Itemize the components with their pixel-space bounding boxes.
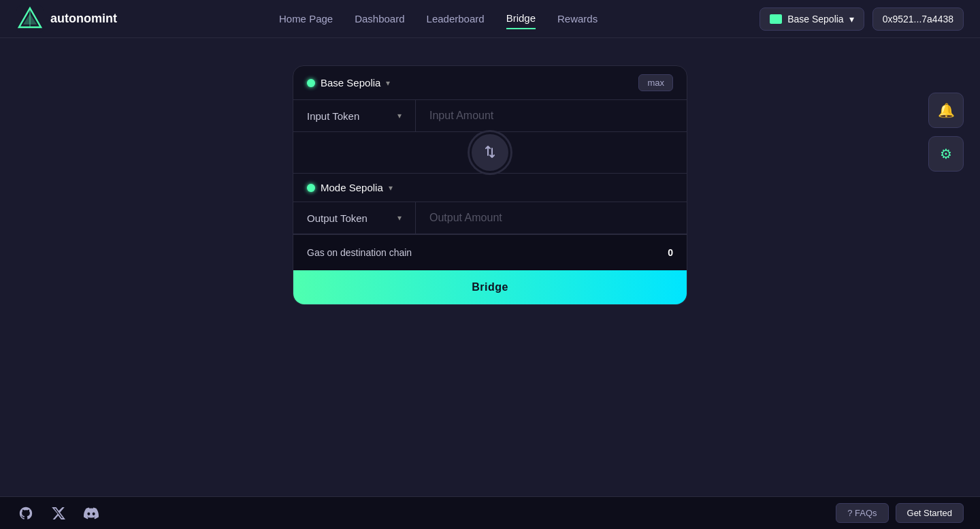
input-token-chevron-icon: ▾ [397,111,402,121]
navbar: autonomint Home Page Dashboard Leaderboa… [0,0,980,38]
nav-rewards[interactable]: Rewards [557,9,598,29]
notifications-button[interactable]: 🔔 [928,93,964,128]
twitter-icon[interactable] [49,504,68,523]
nav-right: Base Sepolia ▾ 0x9521...7a4438 [760,7,964,31]
footer-social-icons [16,504,101,523]
destination-section: Mode Sepolia ▾ Output Token ▾ [293,173,687,234]
gear-icon: ⚙ [940,146,952,162]
source-chain-dot [307,79,315,87]
dest-chain-selector[interactable]: Mode Sepolia ▾ [307,182,393,193]
main-content: 🔔 ⚙ Base Sepolia ▾ max Input Token ▾ [0,38,980,496]
wallet-chain: Base Sepolia [787,14,844,25]
wallet-address: 0x9521...7a4438 [883,14,953,25]
gas-row: Gas on destination chain 0 [293,234,687,270]
footer: ? FAQs Get Started [0,496,980,529]
logo: autonomint [16,5,117,33]
swap-button-container [293,132,687,173]
bridge-button[interactable]: Bridge [293,270,687,304]
input-token-label: Input Token [307,110,359,122]
source-chain-selector[interactable]: Base Sepolia ▾ [307,77,390,89]
output-token-chevron-icon: ▾ [397,213,402,223]
bridge-card: Base Sepolia ▾ max Input Token ▾ [293,65,687,305]
logo-icon [16,5,44,33]
footer-action-buttons: ? FAQs Get Started [836,503,964,523]
wallet-address-button[interactable]: 0x9521...7a4438 [872,7,964,31]
nav-bridge[interactable]: Bridge [506,8,536,29]
input-token-amount-row: Input Token ▾ [293,99,687,132]
output-token-selector[interactable]: Output Token ▾ [293,202,416,234]
dest-chain-name: Mode Sepolia [321,182,383,193]
discord-icon[interactable] [82,504,101,523]
nav-leaderboard[interactable]: Leaderboard [427,9,485,29]
output-token-label: Output Token [307,212,368,224]
nav-links: Home Page Dashboard Leaderboard Bridge R… [279,8,598,29]
side-buttons: 🔔 ⚙ [928,93,964,172]
bell-icon: 🔔 [938,102,955,118]
dest-chain-chevron-icon: ▾ [389,183,393,193]
source-chain-header: Base Sepolia ▾ max [293,66,687,99]
swap-direction-button[interactable] [470,132,510,173]
gas-label: Gas on destination chain [307,247,412,258]
nav-home[interactable]: Home Page [279,9,333,29]
gas-value: 0 [668,247,673,258]
dest-chain-header: Mode Sepolia ▾ [293,174,687,202]
swap-arrows-icon [483,144,497,161]
github-icon[interactable] [16,504,35,523]
dest-chain-dot [307,184,315,192]
output-amount-field[interactable] [416,202,687,234]
chevron-down-icon: ▾ [849,14,854,25]
input-amount-field[interactable] [416,100,687,131]
logo-text: autonomint [50,12,117,26]
faqs-button[interactable]: ? FAQs [836,503,888,523]
wallet-icon [770,14,782,24]
wallet-button[interactable]: Base Sepolia ▾ [760,7,864,31]
output-token-amount-row: Output Token ▾ [293,202,687,234]
source-chain-chevron-icon: ▾ [386,78,390,88]
input-token-selector[interactable]: Input Token ▾ [293,100,416,131]
nav-dashboard[interactable]: Dashboard [355,9,404,29]
source-chain-name: Base Sepolia [321,77,380,89]
max-button[interactable]: max [638,74,673,91]
get-started-button[interactable]: Get Started [896,503,964,523]
settings-button[interactable]: ⚙ [928,136,964,172]
